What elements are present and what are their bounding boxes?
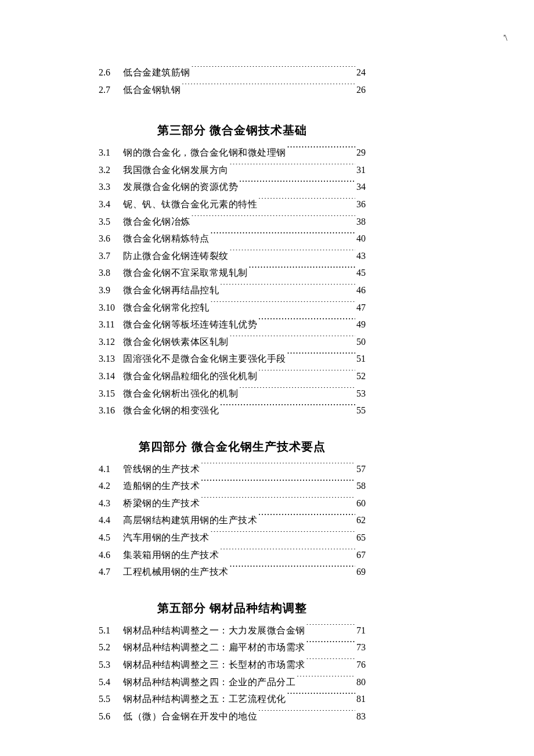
section-heading: 第五部分 钢材品种结构调整 (99, 600, 366, 616)
toc-entry-number: 3.10 (99, 299, 123, 316)
toc-leader-dots (257, 318, 355, 327)
toc-entry-number: 3.14 (99, 368, 123, 385)
toc-leader-dots (257, 198, 355, 207)
toc-entry-title: 微合金化钢析出强化的机制 (123, 385, 238, 402)
toc-leader-dots (190, 66, 356, 75)
toc-entry-number: 3.15 (99, 385, 123, 402)
toc-leader-dots (200, 497, 355, 506)
toc-leader-dots (305, 641, 356, 650)
toc-leader-dots (229, 566, 356, 575)
toc-entry: 4.5汽车用钢的生产技术65 (99, 529, 366, 546)
toc-leader-dots (219, 404, 355, 413)
toc-leader-dots (257, 370, 355, 379)
toc-entry-number: 2.7 (99, 81, 123, 99)
toc-entry-page: 26 (355, 81, 366, 99)
toc-entry: 4.7工程机械用钢的生产技术69 (99, 563, 366, 581)
toc-entry-page: 29 (355, 144, 366, 161)
toc-entry: 3.5微合金化钢冶炼38 (99, 213, 366, 231)
toc-entry: 3.1钢的微合金化，微合金化钢和微处理钢29 (99, 144, 366, 161)
toc-leader-dots (286, 693, 356, 702)
toc-entry-page: 40 (355, 230, 366, 247)
toc-entry: 5.5钢材品种结构调整之五：工艺流程优化81 (99, 690, 366, 708)
toc-entry-title: 钢材品种结构调整之三：长型材的市场需求 (123, 656, 305, 674)
toc-leader-dots (210, 531, 356, 541)
toc-leader-dots (248, 267, 356, 276)
toc-entry: 3.11微合金化钢等板坯连铸连轧优势49 (99, 316, 366, 333)
toc-entry-title: 防止微合金化钢连铸裂纹 (123, 247, 229, 265)
toc-entry-title: 微合金化钢常化控轧 (123, 299, 210, 316)
toc-entry: 3.13固溶强化不是微合金化钢主要强化手段51 (99, 350, 366, 368)
toc-leader-dots (305, 624, 356, 633)
toc-entry-title: 微合金化钢等板坯连铸连轧优势 (123, 316, 257, 333)
toc-entry: 5.1钢材品种结构调整之一：大力发展微合金钢71 (99, 622, 366, 639)
toc-entry-title: 固溶强化不是微合金化钢主要强化手段 (123, 350, 286, 368)
toc-leader-dots (295, 676, 355, 685)
toc-entry: 2.6低合金建筑筋钢24 (99, 64, 366, 81)
toc-leader-dots (200, 463, 355, 472)
toc-entry: 3.9微合金化钢再结晶控轧46 (99, 282, 366, 299)
toc-entry: 3.4铌、钒、钛微合金化元素的特性36 (99, 196, 366, 213)
toc-entry-number: 3.2 (99, 161, 123, 179)
toc-entry-title: 桥梁钢的生产技术 (123, 495, 200, 512)
toc-entry-page: 67 (355, 546, 366, 564)
toc-leader-dots (286, 146, 356, 156)
toc-entry-page: 65 (355, 529, 366, 546)
toc-entry-number: 3.6 (99, 230, 123, 247)
toc-entry-number: 4.6 (99, 546, 123, 564)
toc-entry-page: 81 (355, 690, 366, 708)
toc-leader-dots (229, 164, 356, 173)
toc-entry: 4.1管线钢的生产技术57 (99, 460, 366, 478)
toc-entry-title: 造船钢的生产技术 (123, 477, 200, 495)
toc-entry-number: 4.1 (99, 460, 123, 478)
toc-entry-number: 3.4 (99, 196, 123, 213)
toc-entry-number: 3.3 (99, 178, 123, 196)
toc-entry-title: 发展微合金化钢的资源优势 (123, 178, 238, 196)
toc-entry-number: 3.13 (99, 350, 123, 368)
toc-entry-number: 4.7 (99, 563, 123, 581)
toc-leader-dots (257, 514, 355, 523)
toc-entry-page: 31 (355, 161, 366, 179)
section-heading: 第四部分 微合金化钢生产技术要点 (99, 439, 366, 455)
toc-leader-dots (219, 549, 355, 558)
toc-entry-title: 微合金化钢再结晶控轧 (123, 282, 219, 299)
toc-entry-number: 3.7 (99, 247, 123, 265)
toc-entry-number: 4.4 (99, 512, 123, 529)
toc-entry: 5.3钢材品种结构调整之三：长型材的市场需求76 (99, 656, 366, 674)
toc-entry-title: 我国微合金化钢发展方向 (123, 161, 229, 179)
toc-leader-dots (219, 284, 355, 293)
toc-entry-title: 钢材品种结构调整之一：大力发展微合金钢 (123, 622, 305, 639)
toc-entry-page: 38 (355, 213, 366, 231)
toc-entry-page: 34 (355, 178, 366, 196)
toc-entry-page: 73 (355, 639, 366, 656)
toc-entry-page: 43 (355, 247, 366, 265)
toc-entry-page: 49 (355, 316, 366, 333)
toc-entry-title: 微合金化钢冶炼 (123, 213, 190, 231)
toc-entry: 2.7低合金钢轨钢26 (99, 81, 366, 99)
toc-entry: 3.16微合金化钢的相变强化55 (99, 402, 366, 419)
toc-entry-page: 60 (355, 495, 366, 512)
toc-entry: 3.6微合金化钢精炼特点40 (99, 230, 366, 247)
toc-entry: 3.14微合金化钢晶粒细化的强化机制52 (99, 368, 366, 385)
toc-entry-number: 3.16 (99, 402, 123, 419)
toc-entry: 5.2钢材品种结构调整之二：扁平材的市场需求73 (99, 639, 366, 656)
toc-entry: 3.7防止微合金化钢连铸裂纹43 (99, 247, 366, 265)
toc-entry: 4.3桥梁钢的生产技术60 (99, 495, 366, 512)
toc-leader-dots (210, 232, 356, 242)
toc-entry-number: 5.1 (99, 622, 123, 639)
toc-entry-number: 2.6 (99, 64, 123, 81)
toc-entry-number: 4.2 (99, 477, 123, 495)
toc-leader-dots (200, 480, 355, 489)
toc-entry-number: 4.3 (99, 495, 123, 512)
toc-leader-dots (257, 710, 355, 719)
toc-entry-number: 3.11 (99, 316, 123, 333)
toc-entry-page: 62 (355, 512, 366, 529)
toc-leader-dots (229, 336, 356, 345)
toc-entry-number: 3.9 (99, 282, 123, 299)
toc-entry-page: 36 (355, 196, 366, 213)
toc-entry: 4.6集装箱用钢的生产技术67 (99, 546, 366, 564)
toc-entry: 5.4钢材品种结构调整之四：企业的产品分工80 (99, 674, 366, 691)
toc-entry-page: 53 (355, 385, 366, 402)
toc-entry-number: 5.5 (99, 690, 123, 708)
toc-entry-number: 5.4 (99, 674, 123, 691)
toc-entry-title: 高层钢结构建筑用钢的生产技术 (123, 512, 257, 529)
